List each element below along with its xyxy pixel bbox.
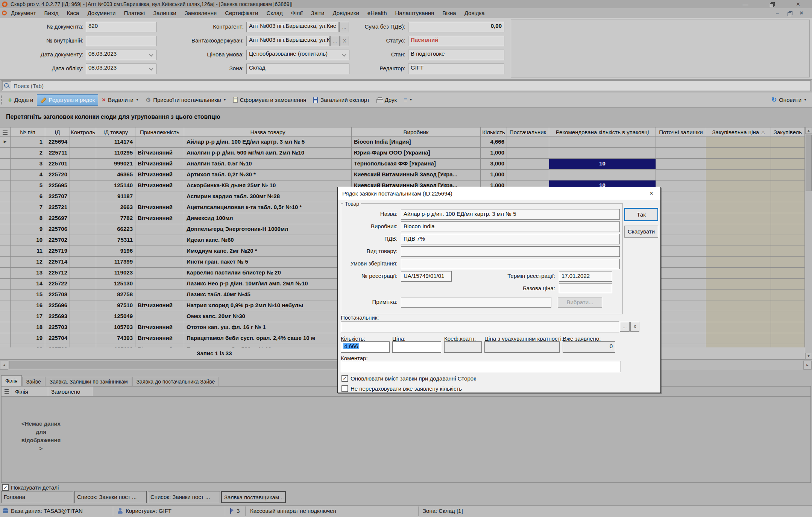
refresh-button[interactable]: ↻ Оновити ▼	[771, 94, 807, 105]
dlg-base-price-field[interactable]	[559, 284, 612, 293]
mdi-restore-button[interactable]	[784, 9, 795, 17]
menu-item-11[interactable]: Довідники	[328, 9, 363, 17]
show-details-checkbox[interactable]: ✓ Показувати деталі	[2, 484, 59, 491]
scroll-up-icon[interactable]: ▲	[805, 127, 812, 134]
detail-tab-2[interactable]: Заявка. Залишки по замінникам	[46, 377, 132, 387]
doc-number-field[interactable]: 820	[86, 22, 156, 32]
toolbar-button-add[interactable]: +Додати	[5, 94, 36, 106]
menu-item-5[interactable]: Залишки	[149, 9, 181, 17]
price-field[interactable]	[392, 341, 441, 353]
window-restore-button[interactable]	[763, 0, 781, 8]
checkbox-checked-icon[interactable]: ✓	[2, 484, 9, 491]
dlg-storage-field[interactable]	[401, 259, 620, 269]
qty-field[interactable]: 4,666	[341, 341, 390, 353]
counterparty-field[interactable]: Апт №003 пгт.Барышевка, ул.Кие	[246, 22, 339, 32]
column-header-qty[interactable]: Кількість	[481, 127, 507, 136]
account-date-field[interactable]: 08.03.2023	[86, 64, 156, 74]
vertical-scroll-thumb[interactable]	[806, 135, 812, 191]
column-header-id[interactable]: ІД	[45, 127, 70, 136]
menu-item-9[interactable]: Філії	[287, 9, 307, 17]
mdi-close-button[interactable]: ×	[796, 9, 807, 17]
search-input[interactable]: Поиск (Tab)	[1, 80, 811, 91]
chevron-down-icon[interactable]	[149, 52, 153, 56]
scroll-left-icon[interactable]: ◄	[0, 361, 8, 370]
grid-menu-icon-cell[interactable]	[2, 387, 12, 396]
column-header-product_id[interactable]: ІД товару	[96, 127, 135, 136]
supplier-field[interactable]	[341, 321, 619, 332]
internal-number-field[interactable]	[86, 36, 156, 46]
column-header-recommended[interactable]: Рекомендована кількість в упаковці	[549, 127, 656, 136]
menu-item-3[interactable]: Документи	[83, 9, 120, 17]
checkbox-unchecked-icon[interactable]	[341, 385, 348, 392]
menu-item-13[interactable]: Налаштування	[391, 9, 439, 17]
consignee-field[interactable]: Апт №003 пгт.Барышевка, ул.К	[246, 36, 330, 46]
column-header-num[interactable]: № п/п	[11, 127, 45, 136]
toolbar-button-print[interactable]: Друк	[373, 94, 400, 106]
menu-item-1[interactable]: Вихід	[40, 9, 63, 17]
supplier-clear-button[interactable]: X	[630, 322, 639, 332]
dlg-reg-number-field[interactable]: UA/15749/01/01	[401, 271, 452, 282]
table-row[interactable]: 422572046365ВітчизнянийАртихол табл. 0,2…	[0, 170, 805, 180]
mdi-tab-2[interactable]: Список: Заявки пост ...	[148, 491, 220, 503]
dlg-name-field[interactable]: Айлар р-р д/ин. 100 ЕД/мл картр. 3 мл № …	[401, 209, 620, 220]
dlg-note-field[interactable]	[401, 297, 551, 308]
toolbar-grip[interactable]	[1, 95, 3, 105]
dialog-close-button[interactable]: ×	[642, 187, 660, 200]
consignee-clear-button[interactable]: X	[340, 36, 349, 46]
comment-field[interactable]	[341, 361, 621, 372]
menu-item-0[interactable]: Документ	[7, 9, 40, 17]
counterparty-browse-button[interactable]: ...	[339, 22, 349, 32]
menu-item-8[interactable]: Склад	[262, 9, 287, 17]
column-header-name[interactable]: Назва товару	[184, 127, 352, 136]
dlg-manufacturer-field[interactable]: Biocon India	[401, 221, 620, 232]
column-header-origin[interactable]: Приналежність	[135, 127, 184, 136]
menu-item-14[interactable]: Вікна	[438, 9, 460, 17]
zone-field[interactable]: Склад	[246, 64, 349, 74]
price-condition-select[interactable]: Ценообразование (госпиталь)	[246, 50, 349, 60]
detail-column-ordered[interactable]: Замовлено	[48, 387, 93, 396]
menu-item-10[interactable]: Звіти	[307, 9, 329, 17]
column-header-price2[interactable]: Закупівель	[771, 127, 805, 136]
mdi-tab-0[interactable]: Головна	[1, 491, 73, 503]
dlg-product-type-field[interactable]	[401, 246, 620, 257]
table-row[interactable]: ▸1225694114174Айлар р-р д/ин. 100 ЕД/мл …	[0, 137, 805, 148]
menu-item-12[interactable]: eHealth	[363, 9, 391, 17]
column-header-control[interactable]: Контроль	[70, 127, 96, 136]
supplier-browse-button[interactable]: ...	[620, 322, 630, 332]
dlg-reg-term-field[interactable]: 17.01.2022	[559, 271, 612, 282]
toolbar-button-delete[interactable]: ×Видалити▼	[99, 94, 142, 106]
menu-item-7[interactable]: Сертифікати	[221, 9, 262, 17]
cancel-button[interactable]: Скасувати	[624, 226, 658, 238]
menu-item-15[interactable]: Довідка	[460, 9, 489, 17]
toolbar-button-form-order[interactable]: Сформувати замовлення	[230, 94, 309, 106]
vertical-scrollbar[interactable]: ▲ ▼	[805, 127, 812, 359]
detail-column-filia[interactable]: Філія	[12, 387, 48, 396]
consignee-browse-button[interactable]: ...	[330, 36, 340, 46]
column-header-stock[interactable]: Поточні залишки	[656, 127, 706, 136]
window-close-button[interactable]: ×	[789, 0, 807, 8]
scroll-down-icon[interactable]: ▼	[805, 353, 812, 359]
dlg-vat-field[interactable]: ПДВ 7%	[401, 234, 620, 244]
detail-tab-0[interactable]: Філія	[1, 375, 22, 387]
toolbar-button-general-export[interactable]: Загальний експорт	[310, 94, 373, 106]
doc-date-field[interactable]: 08.03.2023	[86, 50, 156, 60]
mdi-tab-1[interactable]: Список: Заявки пост ...	[74, 491, 147, 503]
group-by-bar[interactable]: Перетягніть заголовок колонки сюди для у…	[0, 108, 812, 127]
table-row[interactable]: 2225711110295ВітчизнянийАналгин р-р д/ин…	[0, 148, 805, 159]
detail-tab-3[interactable]: Заявка до постачальника Зайве	[132, 377, 219, 387]
no-recalc-checkbox[interactable]: Не перераховувати вже заявлену кількість	[341, 385, 462, 392]
mdi-minimize-button[interactable]: –	[772, 9, 783, 17]
menu-item-4[interactable]: Платежі	[120, 9, 149, 17]
mdi-tab-3[interactable]: Заявка поставщикам ..	[221, 491, 286, 503]
menu-item-6[interactable]: Замовлення	[181, 9, 221, 17]
column-header-price[interactable]: Закупівельна ціна△	[706, 127, 771, 136]
chevron-down-icon[interactable]	[342, 52, 346, 56]
column-header-supplier[interactable]: Постачальник	[507, 127, 549, 136]
menu-item-2[interactable]: Каса	[63, 9, 83, 17]
toolbar-button-edit-row[interactable]: Редагувати рядок	[37, 94, 98, 106]
checkbox-checked-icon[interactable]: ✓	[341, 375, 348, 382]
detail-tab-1[interactable]: Зайве	[22, 377, 45, 387]
column-header-manufacturer[interactable]: Виробник	[352, 127, 481, 136]
scroll-right-icon[interactable]: ►	[803, 361, 812, 370]
ok-button[interactable]: Так	[624, 208, 658, 221]
